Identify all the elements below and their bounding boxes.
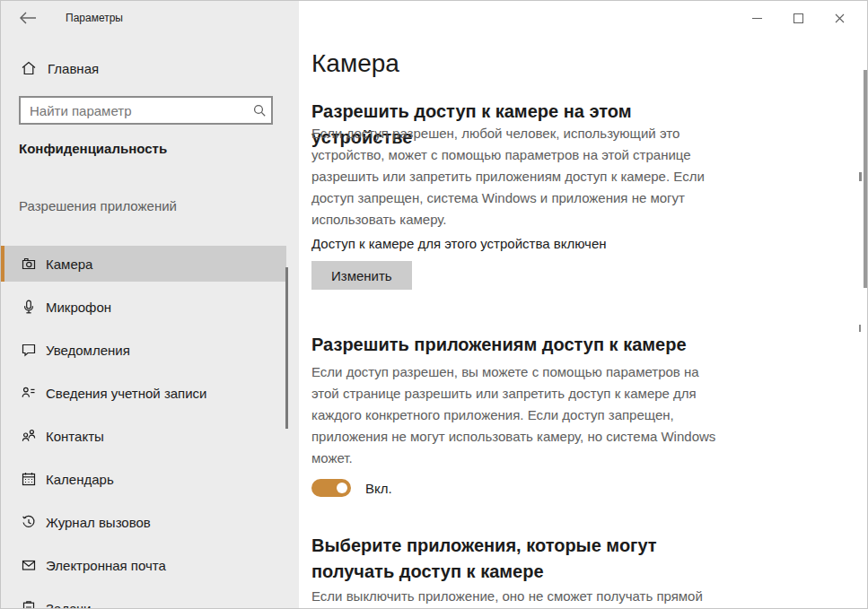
sidebar-item-home[interactable]: Главная <box>1 55 286 82</box>
back-button[interactable] <box>17 8 39 28</box>
change-button[interactable]: Изменить <box>311 261 412 290</box>
window-title: Параметры <box>66 12 123 24</box>
sidebar-item-call-history[interactable]: Журнал вызовов <box>1 504 286 540</box>
microphone-icon <box>21 299 37 315</box>
sidebar-item-label: Камера <box>46 257 92 272</box>
maximize-icon <box>793 13 803 23</box>
sidebar-item-tasks[interactable]: Задачи <box>1 590 286 609</box>
clipped-text-fragment <box>859 172 862 181</box>
close-button[interactable] <box>819 8 860 28</box>
home-icon <box>21 60 37 76</box>
sidebar-item-label: Электронная почта <box>46 558 166 573</box>
apps-camera-toggle-row: Вкл. <box>311 479 392 497</box>
search-icon[interactable] <box>248 103 271 117</box>
main-scrollbar[interactable] <box>864 70 867 288</box>
account-info-icon <box>21 385 37 401</box>
toggle-state-label: Вкл. <box>365 481 392 496</box>
maximize-button[interactable] <box>777 8 819 28</box>
minimize-icon <box>752 18 762 19</box>
sidebar-item-camera[interactable]: Камера <box>1 246 286 282</box>
tasks-icon <box>21 600 37 609</box>
back-arrow-icon <box>21 13 36 23</box>
call-history-icon <box>21 514 37 530</box>
choose-apps-description: Если выключить приложение, оно не сможет… <box>311 586 717 607</box>
sidebar-item-label: Сведения учетной записи <box>46 386 207 401</box>
minimize-button[interactable] <box>736 8 777 28</box>
sidebar-item-label: Контакты <box>46 429 104 444</box>
sidebar-item-microphone[interactable]: Микрофон <box>1 289 286 325</box>
choose-apps-heading: Выберите приложения, которые могут получ… <box>311 533 726 585</box>
sidebar-item-label: Журнал вызовов <box>46 515 151 530</box>
sidebar-item-email[interactable]: Электронная почта <box>1 547 286 583</box>
apps-camera-access-heading: Разрешить приложениям доступ к камере <box>311 332 726 358</box>
main-content: Камера Разрешить доступ к камере на этом… <box>299 1 867 608</box>
settings-window: Параметры Главная Конфиденциальность Раз… <box>0 0 868 609</box>
sidebar: Параметры Главная Конфиденциальность Раз… <box>1 1 299 608</box>
apps-camera-access-description: Если доступ разрешен, вы можете с помощь… <box>311 361 717 469</box>
camera-icon <box>21 256 37 272</box>
email-icon <box>21 557 37 573</box>
clipped-text-fragment <box>859 325 861 332</box>
window-controls <box>736 8 860 28</box>
search-input[interactable] <box>21 103 248 118</box>
notification-bubble-icon <box>21 342 37 358</box>
sidebar-item-label: Микрофон <box>46 300 111 315</box>
sidebar-item-calendar[interactable]: Календарь <box>1 461 286 497</box>
category-title: Конфиденциальность <box>19 141 167 156</box>
app-permissions-group-label: Разрешения приложений <box>19 198 177 213</box>
sidebar-item-label: Уведомления <box>46 343 130 358</box>
sidebar-scrollbar[interactable] <box>285 267 288 429</box>
titlebar: Параметры <box>1 1 299 37</box>
camera-access-status: Доступ к камере для этого устройства вкл… <box>311 236 607 251</box>
sidebar-item-notifications[interactable]: Уведомления <box>1 332 286 368</box>
sidebar-item-account-info[interactable]: Сведения учетной записи <box>1 375 286 411</box>
contacts-icon <box>21 428 37 444</box>
toggle-knob <box>337 483 347 493</box>
sidebar-item-label: Календарь <box>46 472 114 487</box>
page-title: Камера <box>311 49 399 78</box>
device-camera-access-description: Если доступ разрешен, любой человек, исп… <box>311 123 717 231</box>
search-box <box>19 96 273 125</box>
apps-camera-toggle[interactable] <box>311 479 351 497</box>
home-label: Главная <box>48 61 99 76</box>
calendar-icon <box>21 471 37 487</box>
selected-accent-bar <box>1 246 4 282</box>
close-icon <box>835 13 845 23</box>
sidebar-item-contacts[interactable]: Контакты <box>1 418 286 454</box>
sidebar-item-label: Задачи <box>46 601 91 609</box>
